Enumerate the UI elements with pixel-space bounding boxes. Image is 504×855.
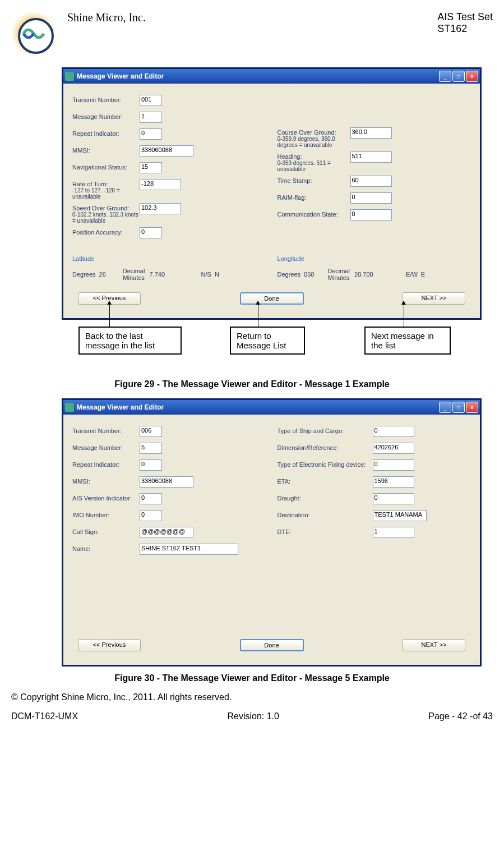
input-field[interactable]: 0 (140, 128, 162, 140)
field-label: Transmit Number: (72, 95, 140, 103)
field-label: Heading: (278, 151, 350, 160)
callouts: Back to the last message in the list Ret… (11, 322, 493, 373)
minimize-button[interactable]: _ (439, 71, 451, 82)
field-label: Position Accuracy: (72, 227, 140, 236)
form-row: RAIM-flag:0 (278, 192, 471, 206)
input-field[interactable]: 4202626 (373, 443, 414, 454)
input-field[interactable]: SHINE ST162 TEST1 (140, 544, 238, 555)
done-button[interactable]: Done (240, 292, 304, 305)
window-title: Message Viewer and Editor (77, 403, 439, 411)
next-button[interactable]: NEXT >> (403, 639, 465, 651)
lat-minutes-field[interactable]: 7.740 (150, 271, 188, 278)
resize-grip[interactable]: ⋰ (63, 660, 480, 665)
form-row: Destination:TEST1 MANAMA (278, 510, 471, 523)
input-field[interactable]: 0 (350, 209, 392, 220)
input-field[interactable]: 001 (140, 95, 162, 106)
maximize-button[interactable]: □ (452, 402, 465, 413)
field-label: Transmit Number: (72, 426, 140, 434)
field-hint: 0-359.9 degrees. 360.0 degrees = unavail… (278, 136, 350, 148)
company-logo (11, 11, 56, 56)
input-field[interactable]: 511 (350, 151, 392, 163)
field-label: Dimension/Reference: (278, 443, 373, 451)
form-row: Navigational Status:15 (72, 162, 266, 176)
input-field[interactable]: 338060088 (140, 476, 193, 488)
figure-29-caption: Figure 29 - The Message Viewer and Edito… (11, 379, 493, 389)
input-field[interactable]: 0 (140, 459, 162, 471)
input-field[interactable]: 0 (140, 227, 162, 238)
form-row: Type of Electronic Fixing device:0 (278, 459, 471, 473)
lon-degrees-field[interactable]: 050 (304, 271, 323, 278)
form-row: MMSI:338060088 (72, 145, 266, 159)
field-label: Draught: (278, 493, 373, 502)
input-field[interactable]: 0 (373, 493, 414, 504)
input-field[interactable]: 1596 (373, 476, 414, 488)
input-field[interactable]: 0 (350, 192, 392, 204)
field-label: MMSI: (72, 145, 140, 154)
close-button[interactable]: × (466, 402, 478, 413)
lat-ns-field[interactable]: N (215, 271, 225, 278)
form-row: Message Number:1 (72, 112, 266, 125)
input-field[interactable]: 006 (140, 426, 162, 437)
longitude-title: Longitude (278, 255, 471, 262)
field-label: Course Over Ground: (278, 127, 350, 136)
copyright: © Copyright Shine Micro, Inc., 2011. All… (11, 692, 493, 702)
callout-done: Return to Message List (230, 327, 305, 355)
next-button[interactable]: NEXT >> (403, 292, 465, 305)
minimize-button[interactable]: _ (439, 402, 451, 413)
form-row: Transmit Number:001 (72, 95, 266, 108)
form-row: Speed Over Ground:0-102.2 knots. 102.3 k… (72, 203, 266, 224)
page-number: Page - 42 -of 43 (428, 711, 493, 721)
window-title: Message Viewer and Editor (77, 72, 439, 80)
input-field[interactable]: 0 (373, 459, 414, 471)
callout-prev: Back to the last message in the list (78, 327, 182, 355)
field-label: Type of Ship and Cargo: (278, 426, 373, 434)
input-field[interactable]: 102.3 (140, 203, 181, 214)
form-row: ETA:1596 (278, 476, 471, 490)
titlebar: Message Viewer and Editor _ □ × (63, 69, 480, 84)
form-row: Transmit Number:006 (72, 426, 266, 439)
input-field[interactable]: 0 (373, 426, 414, 437)
input-field[interactable]: 0 (140, 493, 162, 504)
field-label: Message Number: (72, 112, 140, 120)
field-label: ETA: (278, 476, 373, 485)
revision: Revision: 1.0 (227, 711, 279, 721)
previous-button[interactable]: << Previous (78, 639, 141, 651)
product-name: AIS Test Set ST162 (437, 11, 493, 35)
input-field[interactable]: 1 (373, 527, 414, 538)
input-field[interactable]: @@@@@@@ (140, 527, 193, 538)
input-field[interactable]: TEST1 MANAMA (373, 510, 427, 521)
field-label: IMO Number: (72, 510, 140, 518)
lat-degrees-field[interactable]: 26 (99, 271, 118, 278)
input-field[interactable]: 360.0 (350, 127, 392, 139)
field-label: Name: (72, 544, 140, 552)
lon-ew-field[interactable]: E (421, 271, 431, 278)
field-label: Speed Over Ground: (72, 203, 140, 212)
close-button[interactable]: × (466, 71, 478, 82)
resize-grip[interactable]: ⋰ (63, 314, 480, 318)
field-label: Destination: (278, 510, 373, 518)
done-button[interactable]: Done (240, 639, 304, 651)
form-row: Draught:0 (278, 493, 471, 507)
input-field[interactable]: 338060088 (140, 145, 193, 157)
lon-minutes-field[interactable]: 20.700 (354, 271, 392, 278)
input-field[interactable]: 0 (140, 510, 162, 521)
field-label: Rate of Turn: (72, 179, 140, 187)
input-field[interactable]: -128 (140, 179, 181, 190)
field-label: RAIM-flag: (278, 192, 350, 201)
window-msg5: Message Viewer and Editor _ □ × Transmit… (62, 398, 482, 666)
app-icon (65, 403, 74, 412)
maximize-button[interactable]: □ (452, 71, 465, 82)
form-row: Time Stamp:60 (278, 176, 471, 189)
form-row: AIS Version Indicator:0 (72, 493, 266, 507)
footer-row: DCM-T162-UMX Revision: 1.0 Page - 42 -of… (11, 711, 493, 721)
form-row: IMO Number:0 (72, 510, 266, 523)
input-field[interactable]: 60 (350, 176, 392, 187)
field-label: MMSI: (72, 476, 140, 485)
doc-id: DCM-T162-UMX (11, 711, 78, 721)
form-row: Position Accuracy:0 (72, 227, 266, 241)
input-field[interactable]: 15 (140, 162, 162, 173)
field-label: Communication State: (278, 209, 350, 218)
form-row: Dimension/Reference:4202626 (278, 443, 471, 456)
input-field: 1 (140, 112, 162, 123)
field-label: Navigational Status: (72, 162, 140, 171)
